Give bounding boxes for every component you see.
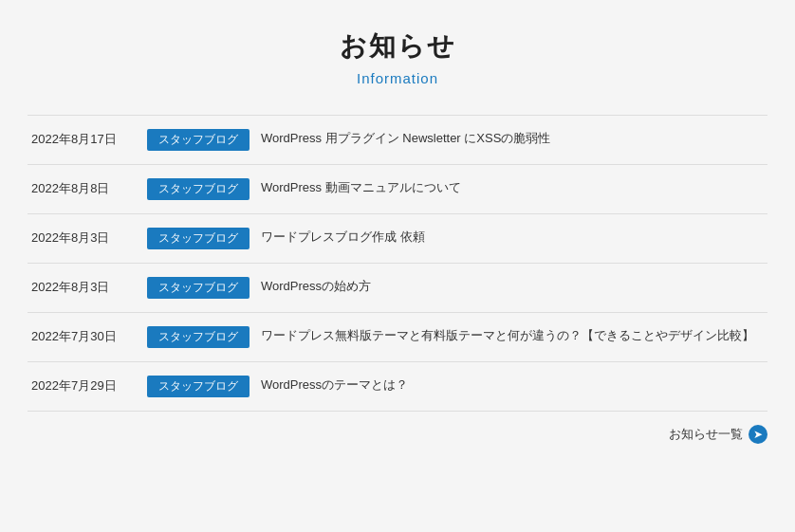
news-item: 2022年8月3日スタッフブログWordPressの始め方 xyxy=(28,264,767,313)
news-badge[interactable]: スタッフブログ xyxy=(147,178,250,200)
footer-link-text[interactable]: お知らせ一覧 xyxy=(669,426,743,443)
news-item: 2022年8月17日スタッフブログWordPress 用プラグイン Newsle… xyxy=(28,116,767,165)
news-text[interactable]: WordPressのテーマとは？ xyxy=(261,376,764,395)
news-item: 2022年8月8日スタッフブログWordPress 動画マニュアルについて xyxy=(28,165,767,214)
news-text[interactable]: ワードプレスブログ作成 依頼 xyxy=(261,228,764,248)
news-date: 2022年8月17日 xyxy=(31,129,136,148)
page-title-ja: お知らせ xyxy=(28,28,767,64)
news-badge[interactable]: スタッフブログ xyxy=(147,129,250,151)
page-title-en: Information xyxy=(28,70,767,86)
news-list: 2022年8月17日スタッフブログWordPress 用プラグイン Newsle… xyxy=(28,115,767,412)
news-date: 2022年7月30日 xyxy=(31,326,136,345)
news-item: 2022年8月3日スタッフブログワードプレスブログ作成 依頼 xyxy=(28,214,767,264)
news-badge[interactable]: スタッフブログ xyxy=(147,228,250,249)
news-item: 2022年7月29日スタッフブログWordPressのテーマとは？ xyxy=(28,362,767,412)
news-text[interactable]: ワードプレス無料版テーマと有料版テーマと何が違うの？【できることやデザイン比較】 xyxy=(261,326,764,346)
news-date: 2022年7月29日 xyxy=(31,376,136,394)
news-date: 2022年8月3日 xyxy=(31,277,136,296)
footer-link-section: お知らせ一覧 ➤ xyxy=(28,425,767,444)
news-date: 2022年8月8日 xyxy=(31,178,136,197)
news-date: 2022年8月3日 xyxy=(31,228,136,247)
news-text[interactable]: WordPress 用プラグイン Newsletter にXSSの脆弱性 xyxy=(261,129,764,149)
news-badge[interactable]: スタッフブログ xyxy=(147,326,250,348)
news-item: 2022年7月30日スタッフブログワードプレス無料版テーマと有料版テーマと何が違… xyxy=(28,313,767,362)
news-text[interactable]: WordPressの始め方 xyxy=(261,277,764,297)
page-header: お知らせ Information xyxy=(28,28,767,86)
news-badge[interactable]: スタッフブログ xyxy=(147,376,250,397)
page-container: お知らせ Information 2022年8月17日スタッフブログWordPr… xyxy=(28,28,767,444)
news-badge[interactable]: スタッフブログ xyxy=(147,277,250,299)
news-text[interactable]: WordPress 動画マニュアルについて xyxy=(261,178,764,198)
footer-link-arrow-icon[interactable]: ➤ xyxy=(749,425,767,444)
